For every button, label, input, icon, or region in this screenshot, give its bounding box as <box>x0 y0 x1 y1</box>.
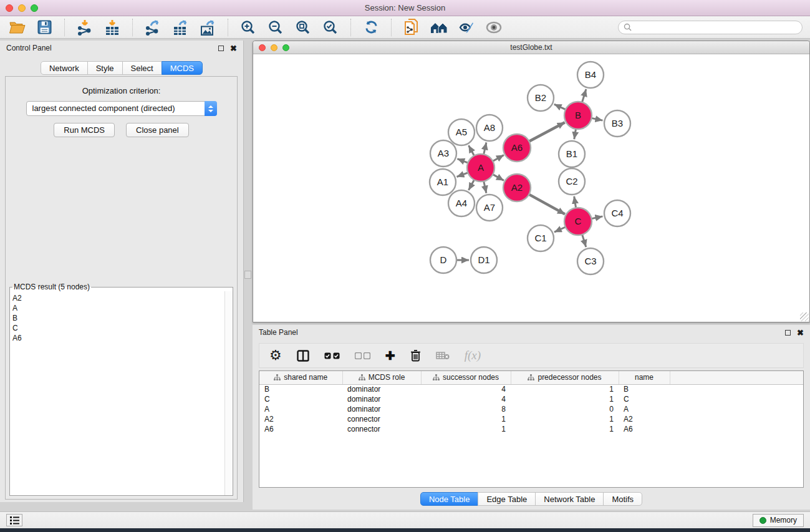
export-image-button[interactable] <box>198 18 217 37</box>
graph-node-C4[interactable]: C4 <box>604 200 630 226</box>
float-panel-icon[interactable] <box>218 46 224 51</box>
zoom-in-button[interactable] <box>239 18 258 37</box>
delete-columns-button[interactable] <box>410 349 421 362</box>
export-table-button[interactable] <box>171 18 190 37</box>
graph-node-A5[interactable]: A5 <box>448 119 475 145</box>
search-field[interactable] <box>618 21 803 34</box>
zoom-fit-button[interactable] <box>294 18 312 37</box>
zoom-view-icon[interactable] <box>282 44 289 51</box>
column-header-predecessor-nodes[interactable]: predecessor nodes <box>511 371 619 384</box>
mcds-result-item[interactable]: A2 <box>12 293 222 303</box>
graph-edge-A2-C[interactable] <box>529 195 565 215</box>
tab-style[interactable]: Style <box>87 61 123 75</box>
graph-edge-C-C3[interactable] <box>582 235 586 247</box>
minimize-view-icon[interactable] <box>271 44 277 51</box>
graph-edge-C-C1[interactable] <box>554 227 566 232</box>
column-header-shared-name[interactable]: shared name <box>259 371 342 384</box>
graph-edge-A-A1[interactable] <box>457 173 468 177</box>
search-input[interactable] <box>634 23 797 32</box>
graph-node-B4[interactable]: B4 <box>577 62 604 88</box>
export-network-button[interactable] <box>143 18 162 37</box>
mcds-result-item[interactable]: A6 <box>12 333 222 343</box>
graph-node-D1[interactable]: D1 <box>471 247 497 273</box>
tab-edge-table[interactable]: Edge Table <box>478 492 536 506</box>
graph-node-A8[interactable]: A8 <box>476 115 503 141</box>
close-panel-button[interactable]: Close panel <box>126 123 189 137</box>
graph-edge-A-A2[interactable] <box>493 175 504 181</box>
save-session-button[interactable] <box>35 18 54 37</box>
table-row[interactable]: Adominator80A <box>259 404 803 414</box>
vertical-splitter-handle[interactable] <box>244 271 251 279</box>
graph-edge-C-C2[interactable] <box>574 196 576 208</box>
graph-node-C3[interactable]: C3 <box>577 248 604 274</box>
graph-edge-A6-B[interactable] <box>529 122 564 142</box>
close-table-panel-icon[interactable]: ✖ <box>797 330 804 336</box>
mcds-result-item[interactable]: A <box>12 303 222 313</box>
graph-edge-B-B4[interactable] <box>582 89 586 102</box>
table-options-button[interactable]: ⚙ <box>269 349 282 362</box>
graph-edge-A-A6[interactable] <box>493 155 504 162</box>
zoom-out-button[interactable] <box>266 18 285 37</box>
deselect-all-rows-button[interactable] <box>355 352 370 359</box>
refresh-button[interactable] <box>362 18 380 37</box>
column-visibility-button[interactable] <box>297 350 309 362</box>
open-session-button[interactable] <box>7 18 26 37</box>
table-row[interactable]: A6connector11A6 <box>259 424 803 434</box>
criterion-dropdown[interactable]: largest connected component (directed) <box>26 101 217 116</box>
graph-edge-B-B2[interactable] <box>554 104 566 110</box>
tab-select[interactable]: Select <box>122 61 162 75</box>
memory-button[interactable]: Memory <box>753 514 804 527</box>
tab-mcds[interactable]: MCDS <box>162 61 203 75</box>
import-network-button[interactable] <box>75 18 94 37</box>
column-header-successor-nodes[interactable]: successor nodes <box>421 371 511 384</box>
close-window-icon[interactable] <box>6 4 13 12</box>
graph-node-C[interactable]: C <box>564 208 592 235</box>
column-header-name[interactable]: name <box>619 371 670 384</box>
hide-panels-button[interactable] <box>457 18 476 37</box>
close-view-icon[interactable] <box>259 44 266 51</box>
delete-table-button[interactable] <box>436 351 450 360</box>
zoom-window-icon[interactable] <box>31 4 38 12</box>
graph-node-B3[interactable]: B3 <box>604 110 630 137</box>
column-header-MCDS-role[interactable]: MCDS role <box>342 371 421 384</box>
result-list-scrollbar[interactable] <box>224 291 233 495</box>
graph-node-A4[interactable]: A4 <box>448 190 475 216</box>
graph-node-A[interactable]: A <box>467 154 494 181</box>
tab-motifs[interactable]: Motifs <box>603 492 642 506</box>
graph-edge-A-A5[interactable] <box>469 145 475 156</box>
table-row[interactable]: Bdominator41B <box>259 384 803 394</box>
select-all-rows-button[interactable] <box>324 352 340 359</box>
minimize-window-icon[interactable] <box>18 4 26 12</box>
function-builder-button[interactable]: f(x) <box>465 349 481 362</box>
tab-network-table[interactable]: Network Table <box>535 492 604 506</box>
graph-edge-A-A8[interactable] <box>484 142 486 154</box>
mcds-result-item[interactable]: B <box>12 313 222 323</box>
zoom-selected-button[interactable] <box>321 18 340 37</box>
table-row[interactable]: A2connector11A2 <box>259 414 803 424</box>
graph-node-A2[interactable]: A2 <box>503 174 531 201</box>
graph-edge-A-A3[interactable] <box>457 159 468 163</box>
graph-edge-A-A4[interactable] <box>469 180 475 190</box>
tab-network[interactable]: Network <box>41 61 88 75</box>
add-column-button[interactable]: ✚ <box>385 349 395 363</box>
new-network-from-selection-button[interactable] <box>402 18 421 37</box>
graph-node-C1[interactable]: C1 <box>528 225 554 251</box>
mcds-result-item[interactable]: C <box>12 323 222 333</box>
network-canvas[interactable]: B4B2BB3A8A5A6A3B1AC2A1A2A4A7C4CC1C3DD1 <box>253 54 809 322</box>
graph-edge-C-C4[interactable] <box>592 216 603 219</box>
tab-node-table[interactable]: Node Table <box>420 492 479 506</box>
show-graphics-details-button[interactable] <box>485 18 503 37</box>
close-panel-icon[interactable]: ✖ <box>230 46 237 51</box>
graph-node-A7[interactable]: A7 <box>476 195 503 221</box>
task-history-button[interactable] <box>6 514 22 526</box>
graph-edge-B-B1[interactable] <box>574 129 576 140</box>
graph-edge-B-B3[interactable] <box>592 118 603 120</box>
graph-edge-A-A7[interactable] <box>484 181 486 193</box>
run-mcds-button[interactable]: Run MCDS <box>54 123 115 137</box>
graph-node-A6[interactable]: A6 <box>503 134 531 162</box>
graph-node-A1[interactable]: A1 <box>430 169 456 195</box>
graph-node-B1[interactable]: B1 <box>559 141 585 167</box>
graph-node-D[interactable]: D <box>430 247 456 273</box>
import-table-button[interactable] <box>103 18 122 37</box>
table-row[interactable]: Cdominator41C <box>259 394 803 404</box>
